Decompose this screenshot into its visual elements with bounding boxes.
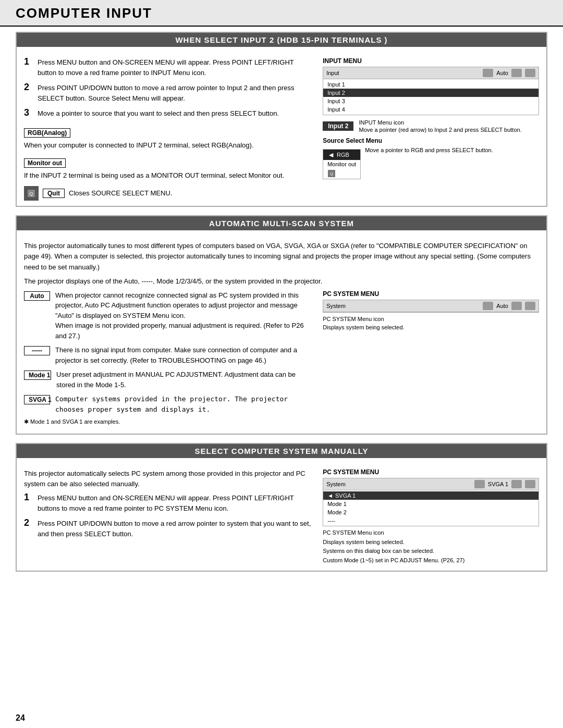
section3-header: SELECT COMPUTER SYSTEM MANUALLY [17,444,546,458]
pc-menu-topbar-value: Auto [496,303,508,309]
input-menu-caption-icon: INPUT Menu icon [359,119,521,126]
quit-icon: Q [24,186,39,201]
monitor-label: Monitor out [24,158,66,168]
pc-menu-topbar-icon [483,302,493,310]
input-menu-topbar-value: Auto [496,70,508,76]
section2-header: AUTOMATIC MULTI-SCAN SYSTEM [17,216,546,230]
auto-right: PC SYSTEM MENU System Auto PC SYSTEM Men… [323,290,539,429]
pc-menu2-row-svga1: ◄ SVGA 1 [323,491,538,500]
pc-menu2-topbar-icon [474,480,485,488]
input-menu-topbar-label: Input [326,70,480,76]
step2: 2 Press POINT UP/DOWN button to move a r… [24,83,312,103]
pc-menu-title: PC SYSTEM MENU [323,290,539,298]
section3-step2-num: 2 [24,517,33,528]
section3-left: This projector automatically selects PC … [24,468,312,565]
monitor-text: If the INPUT 2 terminal is being used as… [24,170,312,181]
page-title: COMPUTER INPUT [16,5,152,21]
input2-highlight-box: Input 2 [323,121,353,131]
step1-num: 1 [24,56,33,67]
auto-item-mode1: Mode 1 User preset adjustment in MANUAL … [24,369,312,390]
section2-para2: The projector displays one of the Auto, … [24,276,539,287]
section2-block: AUTOMATIC MULTI-SCAN SYSTEM This project… [16,215,547,435]
section3-step1-num: 1 [24,492,33,503]
pc-menu2-topbar: System SVGA 1 [323,478,538,490]
quit-row: Q Quit Closes SOURCE SELECT MENU. [24,186,312,201]
input-menu-caption-arrow: Move a pointer (red arrow) to Input 2 an… [359,127,521,133]
pc-menu2-caption1: PC SYSTEM Menu icon [323,528,539,538]
step3: 3 Move a pointer to source that you want… [24,108,312,119]
pc-menu-topbar: System Auto [323,300,538,312]
section2-inner: This projector automatically tunes to mo… [17,236,546,434]
section3-block: SELECT COMPUTER SYSTEM MANUALLY This pro… [16,443,547,571]
pc-menu2-topbar-icon3 [525,480,535,488]
input-menu-caption-row: Input 2 INPUT Menu icon Move a pointer (… [323,119,539,133]
input-menu-topbar-icon3 [525,69,535,77]
auto-item-svga1-text: Computer systems provided in the project… [55,394,312,414]
section3-step1-text: Press MENU button and ON-SCREEN MENU wil… [38,493,312,513]
auto-item-dash: ----- There is no signal input from comp… [24,345,312,365]
step1: 1 Press MENU button and ON-SCREEN MENU w… [24,57,312,78]
source-select-wrapper: ◄ RGB Monitor out Q Move a pointer to RG… [323,146,539,179]
source-row-monitor: Monitor out [323,160,360,168]
rgb-subsection: RGB(Analog) When your computer is connec… [24,124,312,151]
pc-menu2-row-mode2: Mode 2 [323,508,538,516]
auto-left: Auto When projector cannot recognize con… [24,290,312,429]
source-row-extra: Q [323,168,360,179]
step3-num: 3 [24,107,33,118]
auto-item-auto-text: When projector cannot recognize connecte… [55,290,312,341]
section3-right: PC SYSTEM MENU System SVGA 1 ◄ [323,468,539,565]
section1-right: INPUT MENU Input Auto Input 1 Input 2 In… [323,57,539,201]
section3-step1: 1 Press MENU button and ON-SCREEN MENU w… [24,493,312,513]
pc-menu2-topbar-label: System [326,481,471,487]
pc-menu-diagram: System Auto [323,300,539,313]
dash-tag: ----- [24,346,50,355]
pc-menu2-caption2: Displays system being selected. [323,538,539,547]
monitor-subsection: Monitor out If the INPUT 2 terminal is b… [24,154,312,181]
pc-menu2-title: PC SYSTEM MENU [323,468,539,476]
step2-num: 2 [24,82,33,93]
input-menu-topbar: Input Auto [323,67,538,79]
section3-step2-text: Press POINT UP/DOWN button to move a red… [38,519,312,539]
pc-menu2-arrow: ◄ [327,492,333,499]
svg-text:Q: Q [29,191,33,196]
section3-inner: This projector automatically selects PC … [17,463,546,570]
step3-text: Move a pointer to source that you want t… [38,108,279,119]
input-menu-diagram: Input Auto Input 1 Input 2 Input 3 Input… [323,67,539,115]
source-select-diagram: ◄ RGB Monitor out Q [323,149,361,179]
menu-row-input2: Input 2 [323,89,538,97]
source-row-rgb: ◄ RGB [323,150,360,160]
pc-menu2-row-dash: ---- [323,516,538,525]
auto-tag-auto: Auto [24,291,50,301]
source-select-title: Source Select Menu [323,137,539,144]
source-select-caption: Move a pointer to RGB and press SELECT b… [365,146,493,155]
pc-menu2-diagram: System SVGA 1 ◄ SVGA 1 Mode 1 [323,478,539,526]
pc-menu-topbar-label: System [326,303,480,309]
section2-para1: This projector automatically tunes to mo… [24,241,539,273]
auto-main: Auto When projector cannot recognize con… [24,290,539,429]
input-menu-topbar-icon2 [511,69,522,77]
input-menu-title: INPUT MENU [323,57,539,65]
section3-main: This projector automatically selects PC … [24,468,539,565]
pc-menu2-rows: ◄ SVGA 1 Mode 1 Mode 2 ---- [323,490,538,526]
pc-menu2-captions: PC SYSTEM Menu icon Displays system bein… [323,528,539,565]
input-menu-rows: Input 1 Input 2 Input 3 Input 4 [323,79,538,115]
section3-step2: 2 Press POINT UP/DOWN button to move a r… [24,519,312,539]
pc-menu2-caption4: Custom Mode (1~5) set in PC ADJUST Menu.… [323,556,539,565]
quit-button-label[interactable]: Quit [43,189,65,198]
page-header: COMPUTER INPUT [0,0,563,27]
input-menu-captions: INPUT Menu icon Move a pointer (red arro… [359,119,521,133]
svg-text:Q: Q [330,171,333,176]
auto-item-svga1: SVGA 1 Computer systems provided in the … [24,394,312,414]
menu-row-input1: Input 1 [323,80,538,89]
star-note: ✱ Mode 1 and SVGA 1 are examples. [24,418,312,425]
step2-text: Press POINT UP/DOWN button to move a red… [38,83,312,103]
page-number: 24 [16,713,25,723]
source-quit-icon: Q [327,169,336,178]
pc-menu-topbar-icon2 [511,302,522,310]
source-rgb-arrow: ◄ [327,151,335,159]
section1-header: WHEN SELECT INPUT 2 (HDB 15-PIN TERMINAL… [17,33,546,47]
pc-menu-caption: PC SYSTEM Menu icon Displays system bein… [323,315,539,332]
auto-tag-svga1: SVGA 1 [24,395,50,404]
quit-svg-icon: Q [27,189,36,198]
pc-menu-caption1: PC SYSTEM Menu icon [323,315,539,324]
